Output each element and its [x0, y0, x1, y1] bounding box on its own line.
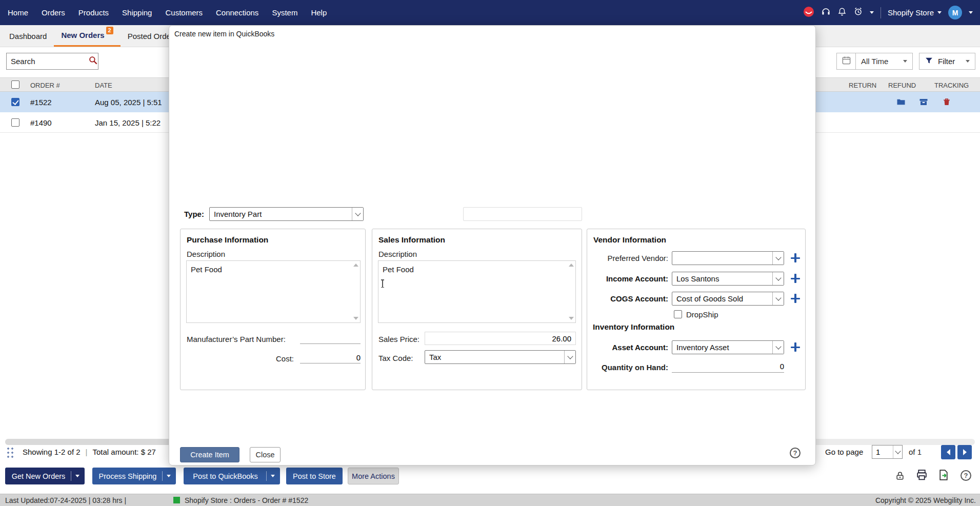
row-checkbox[interactable] [11, 98, 19, 106]
add-income-account-button[interactable] [791, 273, 800, 284]
preferred-vendor-select[interactable] [672, 251, 784, 265]
chevron-down-icon[interactable] [870, 11, 874, 14]
add-cogs-account-button[interactable] [791, 293, 800, 303]
add-vendor-button[interactable] [791, 253, 800, 263]
chat-icon[interactable] [803, 6, 814, 19]
order-date: Jan 15, 2025 | 5:22 [95, 112, 161, 133]
item-name-input[interactable] [463, 207, 582, 221]
avatar[interactable]: M [948, 6, 962, 19]
dropship-label: DropShip [686, 309, 718, 320]
print-icon[interactable] [915, 469, 928, 483]
lock-icon[interactable] [895, 470, 905, 483]
nav-customers[interactable]: Customers [158, 8, 209, 17]
create-item-modal: Create new item in QuickBooks Type: Inve… [169, 25, 816, 465]
scroll-down-icon[interactable] [353, 317, 358, 320]
chevron-down-icon[interactable] [75, 475, 79, 477]
more-actions-label: More Actions [352, 472, 395, 480]
post-to-store-label: Post to Store [293, 472, 336, 480]
dropship-checkbox[interactable] [674, 310, 682, 318]
nav-shipping[interactable]: Shipping [115, 8, 158, 17]
scroll-up-icon[interactable] [353, 264, 358, 267]
text-cursor [382, 279, 383, 288]
drag-handle[interactable] [6, 447, 15, 458]
filter-dropdown[interactable]: Filter [919, 53, 975, 70]
bell-icon[interactable] [837, 7, 847, 18]
tab-new-orders[interactable]: New Orders 2 [54, 25, 120, 47]
asset-account-select[interactable]: Inventory Asset [672, 340, 784, 354]
order-date: Aug 05, 2025 | 5:51 [95, 92, 162, 112]
calendar-icon [842, 55, 851, 67]
date-range-select[interactable]: All Time [855, 53, 913, 70]
sales-price-input[interactable] [425, 332, 576, 345]
preferred-vendor-label: Preferred Vendor: [587, 251, 668, 265]
row-checkbox[interactable] [11, 118, 19, 127]
cogs-account-select[interactable]: Cost of Goods Sold [672, 292, 784, 306]
last-updated-text: Last Updated:07-24-2025 | 03:28 hrs | [5, 494, 126, 506]
chevron-down-icon[interactable] [167, 475, 171, 477]
search-icon[interactable] [88, 55, 98, 67]
chevron-left-icon [947, 449, 950, 455]
chevron-down-icon [772, 292, 784, 305]
modal-help-icon[interactable]: ? [790, 448, 801, 458]
export-icon[interactable] [937, 469, 950, 483]
divider [71, 471, 71, 481]
nav-connections[interactable]: Connections [209, 8, 265, 17]
quantity-on-hand-input[interactable] [672, 360, 784, 373]
divider [266, 471, 267, 481]
post-to-quickbooks-label: Post to QuickBooks [189, 472, 262, 480]
trash-icon[interactable] [942, 97, 951, 107]
scroll-down-icon[interactable] [569, 317, 574, 320]
tab-dashboard[interactable]: Dashboard [2, 25, 54, 47]
select-all-checkbox[interactable] [11, 80, 19, 89]
more-actions-button[interactable]: More Actions [348, 468, 399, 484]
close-button[interactable]: Close [250, 447, 281, 462]
calendar-button[interactable] [836, 53, 856, 70]
scroll-up-icon[interactable] [569, 264, 574, 267]
next-page-button[interactable] [957, 445, 972, 459]
cost-input[interactable] [300, 352, 361, 363]
asset-account-value: Inventory Asset [676, 343, 729, 352]
add-asset-account-button[interactable] [791, 342, 800, 352]
type-label: Type: [184, 207, 204, 221]
chevron-down-icon[interactable] [271, 475, 275, 477]
archive-icon[interactable] [919, 97, 928, 107]
nav-right-cluster: Shopify Store M [803, 6, 980, 19]
inventory-information-title: Inventory Information [593, 322, 674, 332]
search-input[interactable] [7, 57, 88, 66]
chevron-down-icon[interactable] [969, 11, 973, 14]
get-new-orders-button[interactable]: Get New Orders [5, 468, 85, 484]
copyright-text: Copyright © 2025 Webgility Inc. [875, 494, 976, 506]
alarm-clock-icon[interactable] [853, 7, 863, 18]
previous-page-button[interactable] [941, 445, 955, 459]
income-account-select[interactable]: Los Santons [672, 272, 784, 286]
vendor-information-panel: Vendor Information Preferred Vendor: Inc… [587, 229, 806, 390]
process-shipping-button[interactable]: Process Shipping [92, 468, 176, 484]
chevron-down-icon[interactable] [893, 446, 902, 458]
nav-system[interactable]: System [265, 8, 304, 17]
nav-help[interactable]: Help [304, 8, 333, 17]
nav-home[interactable]: Home [1, 8, 35, 17]
headset-icon[interactable] [821, 7, 831, 18]
type-select[interactable]: Inventory Part [209, 207, 364, 221]
status-bar: Last Updated:07-24-2025 | 03:28 hrs | Sh… [0, 494, 980, 506]
process-shipping-label: Process Shipping [97, 472, 158, 480]
nav-products[interactable]: Products [72, 8, 115, 17]
help-icon[interactable]: ? [961, 470, 971, 481]
create-item-button[interactable]: Create Item [180, 447, 239, 462]
sales-description-textarea[interactable]: Pet Food [378, 260, 576, 323]
folder-icon[interactable] [896, 97, 906, 107]
purchase-description-textarea[interactable]: Pet Food [186, 260, 361, 323]
connection-status-dot [173, 497, 180, 503]
modal-title: Create new item in QuickBooks [174, 30, 274, 38]
store-selector[interactable]: Shopify Store [888, 8, 942, 17]
nav-orders[interactable]: Orders [35, 8, 72, 17]
post-to-store-button[interactable]: Post to Store [286, 468, 343, 484]
post-to-quickbooks-button[interactable]: Post to QuickBooks [184, 468, 280, 484]
purchase-information-panel: Purchase Information Description Pet Foo… [180, 229, 366, 390]
showing-count: Showing 1-2 of 2 [23, 448, 81, 456]
mpn-input[interactable] [300, 333, 361, 344]
chevron-down-icon [937, 11, 942, 14]
tax-code-select[interactable]: Tax [425, 350, 576, 364]
page-number-input[interactable] [872, 448, 892, 456]
store-status-text: Shopify Store : Orders - Order # #1522 [185, 494, 308, 506]
